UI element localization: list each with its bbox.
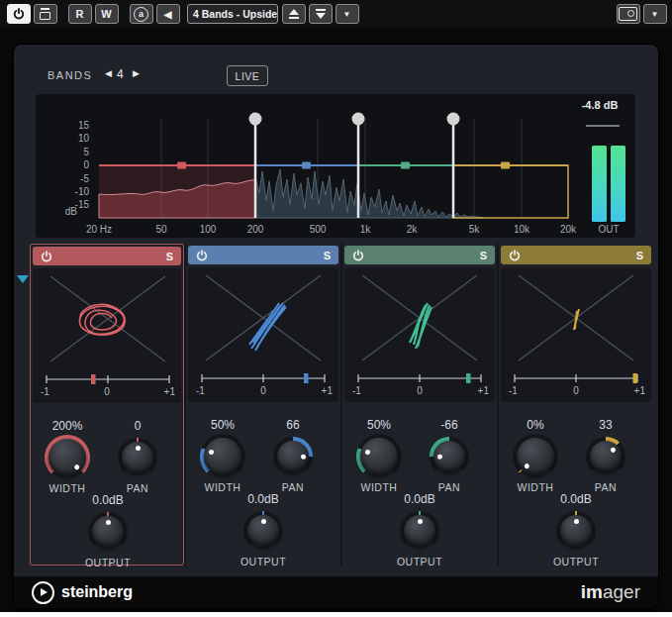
- plugin-window: R W a ◀ 4 Bands - Upside D ▼ ▼ BANDS ◀ 4…: [0, 0, 672, 612]
- width-value: 50%: [211, 418, 235, 434]
- circled-a-icon: a: [134, 7, 148, 22]
- band-4-panel: S: [499, 244, 653, 566]
- eject-up-icon: [289, 9, 299, 19]
- band-solo-button[interactable]: S: [636, 250, 643, 261]
- pan-meter: [358, 373, 481, 383]
- snapshot-button[interactable]: [617, 4, 640, 24]
- scale-center: 0: [104, 386, 110, 397]
- band-3-width-knob[interactable]: [356, 434, 402, 479]
- bands-header: BANDS ◀ 4 ▶ LIVE: [14, 62, 658, 86]
- freq-tick: 20k: [560, 224, 576, 235]
- band-3-output-knob[interactable]: [400, 511, 439, 551]
- stereo-trace: [410, 303, 432, 349]
- output-label: OUTPUT: [85, 557, 131, 568]
- next-preset-button[interactable]: [309, 4, 333, 24]
- band-panels: S: [30, 244, 653, 566]
- bands-label: BANDS: [48, 69, 92, 81]
- pan-meter: [47, 374, 169, 384]
- db-tick: -5: [55, 173, 89, 184]
- band-power-button[interactable]: [352, 250, 364, 261]
- scale-left: -1: [196, 385, 205, 396]
- band-4-gain-handle[interactable]: [501, 162, 510, 169]
- pan-position-marker: [304, 373, 309, 383]
- stereo-trace: [79, 304, 125, 335]
- power-icon: [196, 250, 208, 261]
- imager-plugin: BANDS ◀ 4 ▶ LIVE: [14, 45, 658, 608]
- band-3-vectorscope: -1 0 +1: [344, 267, 495, 402]
- band-solo-button[interactable]: S: [324, 250, 331, 261]
- preset-selector[interactable]: 4 Bands - Upside D: [187, 4, 278, 24]
- brand-name: steinberg: [61, 583, 133, 601]
- band-1-gain-handle[interactable]: [177, 162, 186, 169]
- band-2-gain-handle[interactable]: [302, 162, 311, 169]
- pan-value: 0: [135, 419, 142, 435]
- band-2-output-knob[interactable]: [243, 511, 283, 551]
- db-tick: 10: [55, 133, 89, 144]
- band-solo-button[interactable]: S: [166, 251, 173, 262]
- band-1-vectorscope: -1 0 +1: [33, 268, 181, 403]
- power-icon: [509, 250, 521, 261]
- bypass-button[interactable]: [34, 4, 57, 24]
- collapse-arrow[interactable]: [17, 275, 29, 283]
- band-4-pan-knob[interactable]: [586, 437, 625, 476]
- scale-right: +1: [478, 385, 489, 396]
- scope-cross: [206, 275, 321, 360]
- band-solo-button[interactable]: S: [480, 250, 487, 261]
- band-3-pan-knob[interactable]: [430, 437, 469, 476]
- band-4-header: S: [501, 246, 651, 264]
- live-mode-button[interactable]: LIVE: [227, 65, 268, 86]
- scale-right: +1: [322, 385, 333, 396]
- output-label: OUTPUT: [397, 556, 442, 567]
- increase-bands-button[interactable]: ▶: [133, 68, 140, 78]
- scale-center: 0: [260, 385, 266, 396]
- switch-ab-button[interactable]: ◀: [156, 4, 180, 24]
- freq-tick: 200: [247, 224, 264, 235]
- decrease-bands-button[interactable]: ◀: [105, 68, 112, 78]
- band-4-vectorscope: -1 0 +1: [501, 267, 651, 402]
- band-2-pan-knob[interactable]: [273, 437, 313, 476]
- scale-right: +1: [164, 386, 175, 397]
- preset-menu-button[interactable]: ▼: [336, 4, 359, 24]
- band-count-value: 4: [117, 67, 124, 81]
- output-value: 0.0dB: [560, 492, 591, 508]
- band-1-output-knob[interactable]: [88, 512, 128, 552]
- spectrum-display[interactable]: 15 10 5 0 -5 -10 -15 dB 20 Hz 50 100 200…: [36, 94, 635, 238]
- band-1-panel: S: [30, 244, 184, 566]
- width-value: 0%: [527, 418, 543, 434]
- output-label: OUTPUT: [553, 556, 599, 567]
- spectrum-graph: [36, 94, 635, 238]
- plugin-power-button[interactable]: [7, 4, 31, 24]
- pan-value: 66: [286, 418, 299, 434]
- band-1-width-knob[interactable]: [45, 435, 90, 480]
- host-toolbar: R W a ◀ 4 Bands - Upside D ▼ ▼: [0, 0, 672, 28]
- band-power-button[interactable]: [41, 251, 52, 262]
- band-3-gain-handle[interactable]: [401, 162, 410, 169]
- camera-icon: [619, 7, 637, 21]
- band-4-width-knob[interactable]: [513, 434, 558, 479]
- output-level-value: -4.8 dB: [568, 99, 631, 111]
- band-power-button[interactable]: [509, 250, 521, 261]
- freq-tick: 50: [155, 224, 166, 235]
- pan-value: -66: [440, 418, 457, 434]
- output-label: OUTPUT: [240, 556, 286, 567]
- db-tick: -10: [55, 186, 89, 197]
- read-automation-button[interactable]: R: [68, 4, 92, 24]
- output-value: 0.0dB: [92, 493, 123, 509]
- pan-position-marker: [91, 374, 96, 384]
- window-menu-button[interactable]: ▼: [643, 4, 667, 24]
- band-power-button[interactable]: [196, 250, 208, 261]
- automation-a-button[interactable]: a: [130, 4, 153, 24]
- band-2-panel: S: [186, 244, 340, 566]
- band-4-output-knob[interactable]: [556, 511, 596, 551]
- band-1-pan-knob[interactable]: [118, 438, 157, 477]
- band-2-width-knob[interactable]: [200, 434, 245, 479]
- eject-down-icon: [316, 9, 326, 19]
- freq-tick: 20 Hz: [86, 224, 112, 235]
- db-unit-label: dB: [44, 206, 77, 217]
- write-automation-button[interactable]: W: [95, 4, 119, 24]
- bypass-icon: [40, 8, 50, 20]
- plugin-footer: steinberg imager: [14, 576, 658, 608]
- band-3-panel: S: [342, 244, 497, 566]
- previous-preset-button[interactable]: [282, 4, 306, 24]
- scope-cross: [50, 276, 165, 361]
